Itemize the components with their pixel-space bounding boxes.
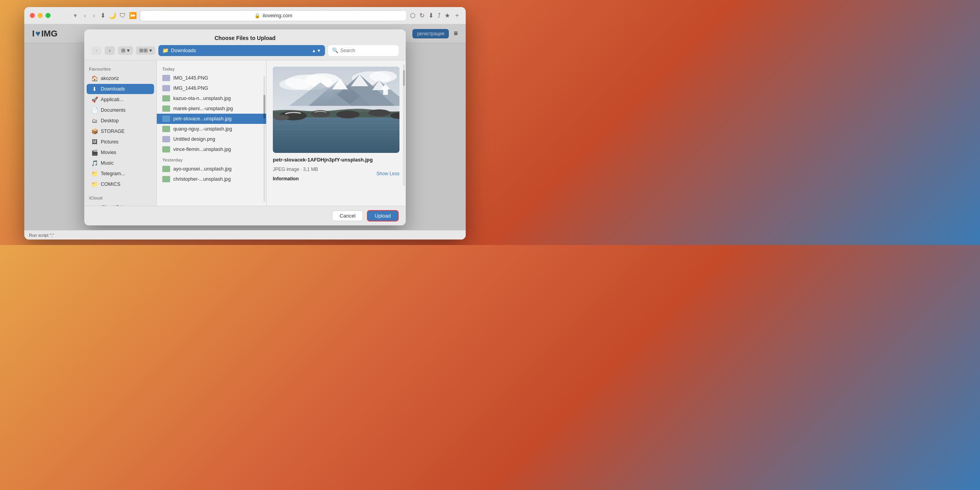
fast-forward-icon: ⏩ — [129, 12, 137, 19]
sidebar-item-akozoriz[interactable]: 🏠akozoriz — [87, 73, 154, 83]
browser-statusbar: Run script ";" — [24, 230, 466, 240]
file-thumbnail — [162, 126, 170, 132]
file-thumbnail — [162, 176, 170, 182]
movies-icon: 🎬 — [91, 149, 98, 156]
downloads-icon[interactable]: ⬇ — [428, 12, 434, 19]
dialog-forward-button[interactable]: › — [105, 46, 115, 55]
sidebar-toggle-button[interactable] — [57, 12, 67, 20]
file-thumbnail — [162, 136, 170, 142]
documents-icon: 📄 — [91, 107, 98, 113]
dialog-file-area: TodayIMG_1445.PNGIMG_1446.PNGkazuo-ota-n… — [157, 60, 267, 206]
preview-scrollbar[interactable] — [403, 64, 405, 186]
sidebar-item-movies[interactable]: 🎬Movies — [87, 147, 154, 158]
refresh-icon[interactable]: ↻ — [419, 12, 425, 19]
grid-chevron-icon: ▾ — [149, 47, 152, 53]
view-columns-button[interactable]: ⊞ ▾ — [118, 46, 133, 55]
traffic-lights — [30, 13, 51, 18]
sidebar-label-applications: Applicati... — [101, 97, 123, 102]
browser-toolbar: ⬇ 🌙 🛡 ⏩ 🔒 iloveimg.com ⬡ ↻ ⬇ ⤴ ★ ＋ — [100, 10, 460, 21]
file-item[interactable]: christopher-...unsplash.jpg — [157, 174, 266, 184]
file-item[interactable]: IMG_1445.PNG — [157, 73, 266, 83]
translate-icon[interactable]: ⬡ — [410, 12, 416, 19]
sidebar-label-downloads: Downloads — [101, 86, 125, 92]
dialog-sidebar: Favourites 🏠akozoriz⬇Downloads🚀Applicati… — [84, 60, 157, 206]
file-name: quang-nguy...-unsplash.jpg — [173, 126, 232, 132]
forward-button[interactable]: › — [91, 11, 97, 20]
sidebar-item-comics[interactable]: 📁COMICS — [87, 179, 154, 189]
file-name: IMG_1446.PNG — [173, 85, 208, 91]
sidebar-label-desktop: Desktop — [101, 118, 119, 123]
file-name: christopher-...unsplash.jpg — [173, 176, 231, 182]
file-item[interactable]: IMG_1446.PNG — [157, 83, 266, 93]
svg-point-23 — [368, 109, 390, 116]
file-item[interactable]: quang-nguy...-unsplash.jpg — [157, 124, 266, 134]
address-text: iloveimg.com — [263, 13, 292, 18]
dialog-body: Favourites 🏠akozoriz⬇Downloads🚀Applicati… — [84, 60, 406, 206]
file-list: TodayIMG_1445.PNGIMG_1446.PNGkazuo-ota-n… — [157, 60, 266, 206]
lock-icon: 🔒 — [254, 13, 260, 18]
sidebar-item-storage[interactable]: 📦STORAGE — [87, 126, 154, 136]
dialog-back-button[interactable]: ‹ — [91, 46, 102, 55]
download-arrow-icon: ⬇ — [100, 12, 105, 19]
dialog-toolbar: ‹ › ⊞ ▾ ⊞⊞ ▾ 📁 Down — [91, 45, 399, 56]
cancel-button[interactable]: Cancel — [332, 211, 363, 221]
desktop-icon: 🗂 — [91, 118, 98, 124]
back-button[interactable]: ‹ — [82, 11, 88, 20]
dialog-titlebar: Choose Files to Upload ‹ › ⊞ ▾ ⊞⊞ ▾ — [84, 29, 406, 60]
minimize-button[interactable] — [38, 13, 43, 18]
maximize-button[interactable] — [45, 13, 51, 18]
preview-image — [273, 67, 399, 153]
file-thumbnail — [162, 95, 170, 102]
upload-button[interactable]: Upload — [367, 210, 399, 221]
sidebar-item-music[interactable]: 🎵Music — [87, 158, 154, 168]
sidebar-item-icloud-drive[interactable]: ☁iCloud Dri... — [87, 202, 154, 206]
file-item[interactable]: ayo-ogunsei...unsplash.jpg — [157, 164, 266, 174]
add-tab-icon[interactable]: ＋ — [454, 11, 460, 20]
sidebar-item-downloads[interactable]: ⬇Downloads — [87, 84, 154, 94]
address-bar[interactable]: 🔒 iloveimg.com — [140, 10, 407, 21]
yesterday-label: Yesterday — [157, 154, 266, 164]
telegram-icon: 📁 — [91, 171, 98, 177]
svg-point-21 — [274, 115, 289, 120]
applications-icon: 🚀 — [91, 96, 98, 103]
sidebar-item-pictures[interactable]: 🖼Pictures — [87, 137, 154, 147]
file-item[interactable]: Untitled design.png — [157, 134, 266, 144]
sidebar-label-movies: Movies — [101, 150, 116, 155]
bookmark-icon[interactable]: ★ — [445, 12, 450, 19]
shield-icon: 🛡 — [120, 12, 126, 19]
svg-point-3 — [279, 78, 311, 90]
file-item[interactable]: marek-piwni...-unsplash.jpg — [157, 103, 266, 114]
sidebar-label-storage: STORAGE — [101, 129, 125, 134]
search-input[interactable] — [340, 48, 395, 53]
sidebar-item-applications[interactable]: 🚀Applicati... — [87, 94, 154, 105]
svg-point-5 — [370, 71, 397, 82]
file-name: petr-slovace...unsplash.jpg — [173, 116, 232, 122]
file-name: vince-flemin...unsplash.jpg — [173, 147, 231, 152]
grid-icon: ⊞⊞ — [139, 47, 148, 53]
file-item[interactable]: kazuo-ota-n...unsplash.jpg — [157, 93, 266, 103]
today-label: Today — [157, 64, 266, 73]
file-thumbnail — [162, 105, 170, 112]
file-item[interactable]: petr-slovace...unsplash.jpg — [157, 114, 266, 124]
sidebar-label-comics: COMICS — [101, 181, 120, 187]
search-bar[interactable]: 🔍 — [328, 45, 399, 56]
share-icon[interactable]: ⤴ — [437, 12, 441, 19]
file-dialog: Choose Files to Upload ‹ › ⊞ ▾ ⊞⊞ ▾ — [84, 29, 406, 225]
file-item[interactable]: vince-flemin...unsplash.jpg — [157, 144, 266, 154]
sidebar-item-desktop[interactable]: 🗂Desktop — [87, 116, 154, 126]
sidebar-label-akozoriz: akozoriz — [101, 76, 119, 81]
columns-icon: ⊞ — [121, 47, 125, 53]
sidebar-label-music: Music — [101, 160, 114, 166]
sidebar-item-telegram[interactable]: 📁Telegram... — [87, 169, 154, 179]
show-less-button[interactable]: Show Less — [376, 171, 399, 176]
moon-icon[interactable]: 🌙 — [109, 12, 116, 19]
status-text: Run script ";" — [29, 233, 54, 238]
close-button[interactable] — [30, 13, 35, 18]
file-scrollbar[interactable] — [263, 76, 265, 202]
sidebar-item-documents[interactable]: 📄Documents — [87, 105, 154, 115]
file-thumbnail — [162, 116, 170, 122]
sidebar-label-telegram: Telegram... — [101, 171, 125, 176]
view-grid-button[interactable]: ⊞⊞ ▾ — [136, 46, 155, 55]
location-bar[interactable]: 📁 Downloads ▲▼ — [158, 45, 325, 56]
browser-content: I ♥ IMG 💙 Бесплатный онлайн редактор фот… — [24, 24, 466, 230]
